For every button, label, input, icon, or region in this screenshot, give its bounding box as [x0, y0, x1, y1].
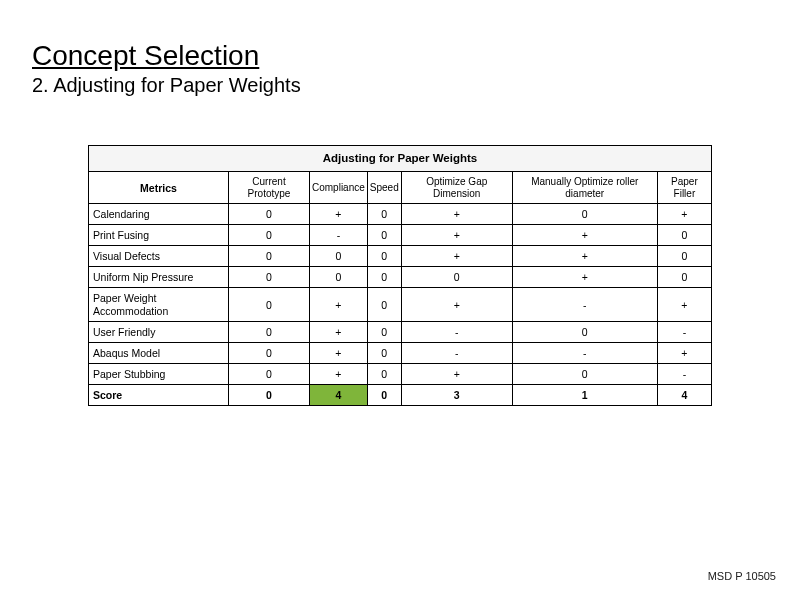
cell: +: [310, 288, 368, 321]
cell: +: [657, 204, 711, 225]
cell: -: [512, 342, 657, 363]
table-row: Calendaring0+0+0+: [89, 204, 712, 225]
column-header-row: Metrics Current Prototype Compliance Spe…: [89, 172, 712, 204]
cell: 0: [367, 225, 401, 246]
col-head-2: Speed: [367, 172, 401, 204]
cell: 0: [657, 267, 711, 288]
page-title: Concept Selection: [32, 40, 800, 72]
cell: 0: [657, 225, 711, 246]
metric-name: Paper Stubbing: [89, 363, 229, 384]
metric-name: Abaqus Model: [89, 342, 229, 363]
score-row: Score040314: [89, 384, 712, 405]
score-cell: 0: [367, 384, 401, 405]
concept-table: Adjusting for Paper Weights Metrics Curr…: [88, 145, 712, 406]
metric-name: Print Fusing: [89, 225, 229, 246]
cell: 0: [367, 288, 401, 321]
cell: +: [657, 342, 711, 363]
table-row: Abaqus Model0+0--+: [89, 342, 712, 363]
cell: 0: [229, 342, 310, 363]
cell: -: [657, 363, 711, 384]
cell: +: [512, 246, 657, 267]
page-subtitle: 2. Adjusting for Paper Weights: [32, 74, 800, 97]
metric-name: Paper Weight Accommodation: [89, 288, 229, 321]
cell: 0: [229, 363, 310, 384]
score-cell: 3: [401, 384, 512, 405]
table-row: Paper Weight Accommodation0+0+-+: [89, 288, 712, 321]
cell: -: [310, 225, 368, 246]
cell: +: [512, 225, 657, 246]
score-cell: 4: [657, 384, 711, 405]
cell: -: [657, 321, 711, 342]
table-title: Adjusting for Paper Weights: [89, 146, 712, 172]
cell: 0: [229, 246, 310, 267]
cell: -: [512, 288, 657, 321]
cell: +: [657, 288, 711, 321]
col-head-3: Optimize Gap Dimension: [401, 172, 512, 204]
cell: 0: [229, 225, 310, 246]
cell: 0: [229, 321, 310, 342]
score-cell: 4: [310, 384, 368, 405]
cell: 0: [229, 288, 310, 321]
cell: 0: [512, 321, 657, 342]
score-label: Score: [89, 384, 229, 405]
table-row: Paper Stubbing0+0+0-: [89, 363, 712, 384]
score-cell: 1: [512, 384, 657, 405]
cell: 0: [310, 246, 368, 267]
cell: +: [401, 204, 512, 225]
concept-table-wrap: Adjusting for Paper Weights Metrics Curr…: [88, 145, 712, 406]
table-row: Uniform Nip Pressure0000+0: [89, 267, 712, 288]
table-row: Visual Defects000++0: [89, 246, 712, 267]
cell: +: [310, 204, 368, 225]
cell: 0: [367, 321, 401, 342]
cell: +: [401, 225, 512, 246]
cell: 0: [512, 204, 657, 225]
cell: 0: [512, 363, 657, 384]
cell: +: [512, 267, 657, 288]
score-cell: 0: [229, 384, 310, 405]
table-body: Calendaring0+0+0+Print Fusing0-0++0Visua…: [89, 204, 712, 406]
cell: 0: [229, 267, 310, 288]
footer-text: MSD P 10505: [708, 570, 776, 582]
col-head-0: Current Prototype: [229, 172, 310, 204]
metric-name: User Friendly: [89, 321, 229, 342]
metric-name: Calendaring: [89, 204, 229, 225]
cell: +: [401, 288, 512, 321]
cell: 0: [367, 342, 401, 363]
cell: +: [401, 363, 512, 384]
cell: 0: [367, 363, 401, 384]
table-row: User Friendly0+0-0-: [89, 321, 712, 342]
metrics-header: Metrics: [89, 172, 229, 204]
cell: +: [310, 321, 368, 342]
cell: 0: [229, 204, 310, 225]
metric-name: Uniform Nip Pressure: [89, 267, 229, 288]
cell: +: [401, 246, 512, 267]
cell: 0: [310, 267, 368, 288]
cell: 0: [401, 267, 512, 288]
col-head-4: Manually Optimize roller diameter: [512, 172, 657, 204]
cell: -: [401, 321, 512, 342]
col-head-5: Paper Filler: [657, 172, 711, 204]
cell: 0: [367, 267, 401, 288]
metric-name: Visual Defects: [89, 246, 229, 267]
cell: -: [401, 342, 512, 363]
cell: +: [310, 342, 368, 363]
cell: 0: [367, 204, 401, 225]
table-row: Print Fusing0-0++0: [89, 225, 712, 246]
cell: 0: [657, 246, 711, 267]
col-head-1: Compliance: [310, 172, 368, 204]
cell: +: [310, 363, 368, 384]
cell: 0: [367, 246, 401, 267]
